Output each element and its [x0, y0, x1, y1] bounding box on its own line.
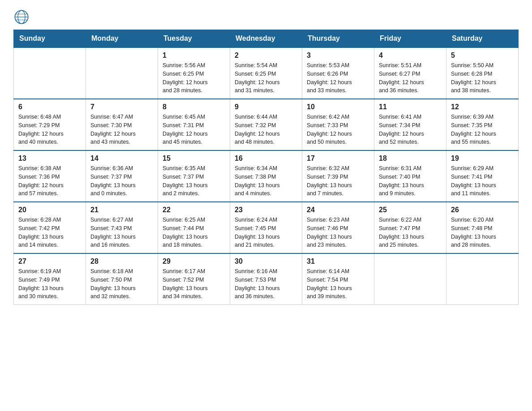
- day-info: Sunrise: 6:35 AMSunset: 7:37 PMDaylight:…: [163, 164, 225, 198]
- day-info: Sunrise: 6:45 AMSunset: 7:31 PMDaylight:…: [163, 113, 225, 146]
- calendar-cell: [374, 253, 446, 305]
- day-number: 19: [451, 154, 514, 163]
- logo-icon: [13, 9, 30, 25]
- calendar-cell: 21Sunrise: 6:27 AMSunset: 7:43 PMDayligh…: [86, 202, 158, 253]
- day-info: Sunrise: 6:34 AMSunset: 7:38 PMDaylight:…: [235, 164, 297, 198]
- calendar-cell: 14Sunrise: 6:36 AMSunset: 7:37 PMDayligh…: [86, 150, 158, 202]
- day-number: 29: [163, 257, 225, 265]
- calendar-cell: [14, 47, 86, 99]
- week-row-4: 20Sunrise: 6:28 AMSunset: 7:42 PMDayligh…: [14, 202, 519, 253]
- day-header-saturday: Saturday: [446, 30, 519, 48]
- calendar-cell: 7Sunrise: 6:47 AMSunset: 7:30 PMDaylight…: [86, 99, 158, 150]
- day-number: 8: [163, 103, 225, 111]
- day-info: Sunrise: 6:48 AMSunset: 7:29 PMDaylight:…: [18, 113, 81, 146]
- calendar-cell: 5Sunrise: 5:50 AMSunset: 6:28 PMDaylight…: [446, 47, 519, 99]
- day-number: 24: [307, 206, 369, 214]
- day-header-tuesday: Tuesday: [158, 30, 230, 48]
- day-info: Sunrise: 6:16 AMSunset: 7:53 PMDaylight:…: [235, 267, 297, 301]
- calendar-cell: 6Sunrise: 6:48 AMSunset: 7:29 PMDaylight…: [14, 99, 86, 150]
- day-info: Sunrise: 6:38 AMSunset: 7:36 PMDaylight:…: [18, 164, 81, 198]
- day-info: Sunrise: 5:53 AMSunset: 6:26 PMDaylight:…: [307, 61, 369, 95]
- day-info: Sunrise: 6:25 AMSunset: 7:44 PMDaylight:…: [163, 216, 225, 249]
- day-number: 28: [90, 257, 153, 265]
- calendar-cell: 20Sunrise: 6:28 AMSunset: 7:42 PMDayligh…: [14, 202, 86, 253]
- day-info: Sunrise: 6:36 AMSunset: 7:37 PMDaylight:…: [90, 164, 153, 198]
- day-info: Sunrise: 6:39 AMSunset: 7:35 PMDaylight:…: [451, 113, 514, 146]
- day-info: Sunrise: 6:23 AMSunset: 7:46 PMDaylight:…: [307, 216, 369, 249]
- day-info: Sunrise: 5:54 AMSunset: 6:25 PMDaylight:…: [235, 61, 297, 95]
- day-info: Sunrise: 6:27 AMSunset: 7:43 PMDaylight:…: [90, 216, 153, 249]
- calendar-body: 1Sunrise: 5:56 AMSunset: 6:25 PMDaylight…: [14, 47, 519, 305]
- day-number: 30: [235, 257, 297, 265]
- calendar-cell: 30Sunrise: 6:16 AMSunset: 7:53 PMDayligh…: [230, 253, 302, 305]
- day-number: 23: [235, 206, 297, 214]
- calendar-cell: 22Sunrise: 6:25 AMSunset: 7:44 PMDayligh…: [158, 202, 230, 253]
- week-row-5: 27Sunrise: 6:19 AMSunset: 7:49 PMDayligh…: [14, 253, 519, 305]
- day-info: Sunrise: 6:19 AMSunset: 7:49 PMDaylight:…: [18, 267, 81, 301]
- day-info: Sunrise: 5:51 AMSunset: 6:27 PMDaylight:…: [379, 61, 442, 95]
- day-info: Sunrise: 6:31 AMSunset: 7:40 PMDaylight:…: [379, 164, 442, 198]
- day-number: 14: [90, 154, 153, 163]
- calendar-cell: 9Sunrise: 6:44 AMSunset: 7:32 PMDaylight…: [230, 99, 302, 150]
- calendar-cell: 13Sunrise: 6:38 AMSunset: 7:36 PMDayligh…: [14, 150, 86, 202]
- day-number: 1: [163, 51, 225, 60]
- calendar-cell: [86, 47, 158, 99]
- calendar-cell: 8Sunrise: 6:45 AMSunset: 7:31 PMDaylight…: [158, 99, 230, 150]
- day-info: Sunrise: 5:56 AMSunset: 6:25 PMDaylight:…: [163, 61, 225, 95]
- calendar-cell: 24Sunrise: 6:23 AMSunset: 7:46 PMDayligh…: [302, 202, 374, 253]
- day-info: Sunrise: 6:42 AMSunset: 7:33 PMDaylight:…: [307, 113, 369, 146]
- calendar-cell: 2Sunrise: 5:54 AMSunset: 6:25 PMDaylight…: [230, 47, 302, 99]
- day-header-monday: Monday: [86, 30, 158, 48]
- day-info: Sunrise: 6:44 AMSunset: 7:32 PMDaylight:…: [235, 113, 297, 146]
- day-info: Sunrise: 6:32 AMSunset: 7:39 PMDaylight:…: [307, 164, 369, 198]
- day-header-friday: Friday: [374, 30, 446, 48]
- calendar-cell: [446, 253, 519, 305]
- day-info: Sunrise: 5:50 AMSunset: 6:28 PMDaylight:…: [451, 61, 514, 95]
- day-info: Sunrise: 6:29 AMSunset: 7:41 PMDaylight:…: [451, 164, 514, 198]
- day-header-sunday: Sunday: [14, 30, 86, 48]
- calendar-table: SundayMondayTuesdayWednesdayThursdayFrid…: [13, 30, 519, 305]
- week-row-3: 13Sunrise: 6:38 AMSunset: 7:36 PMDayligh…: [14, 150, 519, 202]
- calendar-cell: 19Sunrise: 6:29 AMSunset: 7:41 PMDayligh…: [446, 150, 519, 202]
- day-number: 11: [379, 103, 442, 111]
- day-number: 13: [18, 154, 81, 163]
- calendar-cell: 18Sunrise: 6:31 AMSunset: 7:40 PMDayligh…: [374, 150, 446, 202]
- day-header-thursday: Thursday: [302, 30, 374, 48]
- calendar-cell: 12Sunrise: 6:39 AMSunset: 7:35 PMDayligh…: [446, 99, 519, 150]
- calendar-cell: 16Sunrise: 6:34 AMSunset: 7:38 PMDayligh…: [230, 150, 302, 202]
- calendar-cell: 15Sunrise: 6:35 AMSunset: 7:37 PMDayligh…: [158, 150, 230, 202]
- day-number: 12: [451, 103, 514, 111]
- day-number: 27: [18, 257, 81, 265]
- header-row: SundayMondayTuesdayWednesdayThursdayFrid…: [14, 30, 519, 48]
- day-number: 20: [18, 206, 81, 214]
- day-number: 9: [235, 103, 297, 111]
- calendar-cell: 4Sunrise: 5:51 AMSunset: 6:27 PMDaylight…: [374, 47, 446, 99]
- day-number: 15: [163, 154, 225, 163]
- day-number: 6: [18, 103, 81, 111]
- day-info: Sunrise: 6:18 AMSunset: 7:50 PMDaylight:…: [90, 267, 153, 301]
- calendar-cell: 11Sunrise: 6:41 AMSunset: 7:34 PMDayligh…: [374, 99, 446, 150]
- day-number: 17: [307, 154, 369, 163]
- calendar-cell: 25Sunrise: 6:22 AMSunset: 7:47 PMDayligh…: [374, 202, 446, 253]
- day-info: Sunrise: 6:22 AMSunset: 7:47 PMDaylight:…: [379, 216, 442, 249]
- day-number: 22: [163, 206, 225, 214]
- day-info: Sunrise: 6:41 AMSunset: 7:34 PMDaylight:…: [379, 113, 442, 146]
- day-header-wednesday: Wednesday: [230, 30, 302, 48]
- day-number: 7: [90, 103, 153, 111]
- calendar-cell: 23Sunrise: 6:24 AMSunset: 7:45 PMDayligh…: [230, 202, 302, 253]
- calendar-header: SundayMondayTuesdayWednesdayThursdayFrid…: [14, 30, 519, 48]
- day-number: 21: [90, 206, 153, 214]
- day-info: Sunrise: 6:17 AMSunset: 7:52 PMDaylight:…: [163, 267, 225, 301]
- day-number: 10: [307, 103, 369, 111]
- day-number: 16: [235, 154, 297, 163]
- day-info: Sunrise: 6:14 AMSunset: 7:54 PMDaylight:…: [307, 267, 369, 301]
- day-info: Sunrise: 6:47 AMSunset: 7:30 PMDaylight:…: [90, 113, 153, 146]
- calendar-cell: 26Sunrise: 6:20 AMSunset: 7:48 PMDayligh…: [446, 202, 519, 253]
- page-header: [13, 9, 519, 25]
- day-number: 5: [451, 51, 514, 60]
- day-number: 25: [379, 206, 442, 214]
- calendar-cell: 29Sunrise: 6:17 AMSunset: 7:52 PMDayligh…: [158, 253, 230, 305]
- week-row-2: 6Sunrise: 6:48 AMSunset: 7:29 PMDaylight…: [14, 99, 519, 150]
- week-row-1: 1Sunrise: 5:56 AMSunset: 6:25 PMDaylight…: [14, 47, 519, 99]
- day-number: 31: [307, 257, 369, 265]
